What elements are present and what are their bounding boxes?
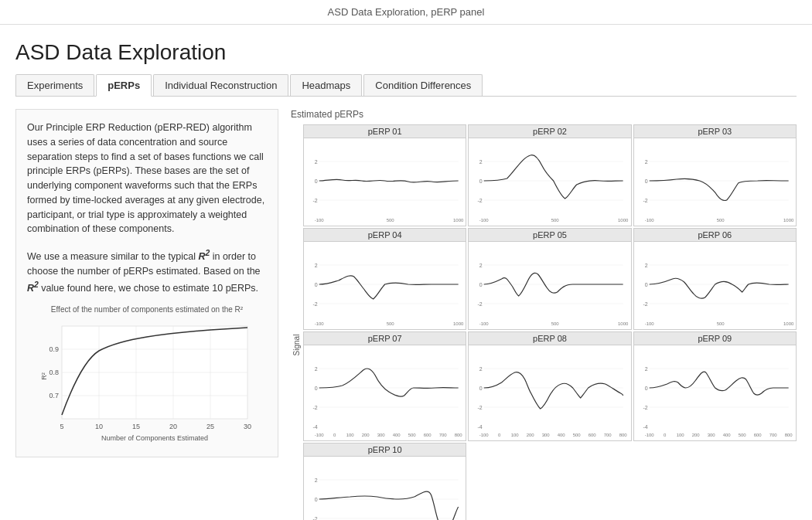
svg-text:500: 500: [551, 218, 560, 223]
svg-text:400: 400: [722, 433, 731, 437]
perp-05-title: pERP 05: [469, 229, 630, 242]
svg-text:300: 300: [542, 433, 551, 437]
perp-cell-03: pERP 03 2 0 -2 -100: [633, 124, 797, 226]
svg-text:-2: -2: [478, 301, 483, 307]
svg-text:-100: -100: [315, 433, 325, 437]
svg-text:2: 2: [315, 366, 318, 372]
svg-text:0: 0: [644, 178, 647, 184]
perp-cell-10: pERP 10 2 0 -2 -4: [303, 443, 466, 520]
perp-09-title: pERP 09: [634, 332, 796, 345]
tab-bar: Experiments pERPs Individual Reconstruct…: [15, 74, 797, 97]
svg-text:1000: 1000: [618, 321, 629, 326]
svg-text:800: 800: [784, 433, 793, 437]
perp-08-chart: 2 0 -2 -4 -100 0 100 200 300: [469, 345, 630, 438]
svg-text:600: 600: [424, 433, 432, 437]
svg-text:0: 0: [333, 433, 336, 437]
svg-text:1000: 1000: [783, 321, 794, 326]
svg-text:-2: -2: [643, 405, 647, 410]
svg-text:-4: -4: [478, 424, 483, 430]
svg-text:2: 2: [315, 159, 318, 165]
svg-rect-133: [319, 461, 459, 520]
svg-text:1000: 1000: [618, 218, 629, 223]
svg-text:-2: -2: [478, 198, 483, 203]
estimated-label: Estimated pERPs: [291, 109, 797, 120]
perp-05-chart: 2 0 -2 -100 500 1000: [469, 242, 630, 327]
svg-text:2: 2: [479, 263, 483, 268]
svg-text:0: 0: [479, 282, 483, 287]
tab-individual-reconstruction[interactable]: Individual Reconstruction: [153, 74, 288, 96]
svg-text:-4: -4: [312, 424, 317, 430]
svg-text:500: 500: [387, 218, 395, 223]
svg-text:-100: -100: [479, 321, 490, 326]
tab-perps[interactable]: pERPs: [96, 74, 152, 97]
svg-text:500: 500: [551, 321, 560, 326]
svg-text:2: 2: [479, 366, 483, 372]
perp-04-title: pERP 04: [304, 229, 466, 242]
svg-text:15: 15: [132, 423, 140, 430]
perp-07-title: pERP 07: [304, 332, 466, 345]
perp-cell-02: pERP 02 2 0 -2 -100: [468, 124, 631, 226]
svg-text:600: 600: [589, 433, 597, 437]
svg-text:800: 800: [619, 433, 628, 437]
perp-04-chart: 2 0 -2 -100 500 1000: [304, 242, 466, 327]
svg-text:400: 400: [393, 433, 401, 437]
svg-text:500: 500: [716, 321, 725, 326]
svg-text:-100: -100: [644, 218, 654, 223]
svg-text:-100: -100: [479, 218, 490, 223]
r2-symbol: R2: [198, 251, 210, 262]
tab-headmaps[interactable]: Headmaps: [290, 74, 362, 96]
svg-text:10: 10: [95, 423, 103, 430]
svg-text:300: 300: [707, 433, 715, 437]
svg-text:2: 2: [315, 263, 318, 268]
perp-07-chart: 2 0 -2 -4 -100 0 100 200: [304, 345, 466, 438]
svg-text:0.7: 0.7: [49, 392, 59, 399]
svg-text:30: 30: [244, 423, 251, 430]
svg-text:300: 300: [377, 433, 386, 437]
r2-symbol2: R2: [27, 283, 39, 294]
svg-text:800: 800: [455, 433, 463, 437]
svg-text:-2: -2: [312, 198, 317, 203]
perp-03-chart: 2 0 -2 -100 500 1000: [634, 138, 796, 223]
svg-text:-2: -2: [643, 198, 647, 203]
svg-text:2: 2: [644, 263, 647, 268]
svg-text:600: 600: [753, 433, 762, 437]
browser-title: ASD Data Exploration, pERP panel: [0, 0, 812, 25]
perp-08-title: pERP 08: [469, 332, 630, 345]
perp-02-title: pERP 02: [469, 125, 630, 138]
svg-text:500: 500: [738, 433, 746, 437]
perp-cell-06: pERP 06 2 0 -2 -100: [633, 228, 797, 330]
perp-cell-08: pERP 08 2 0 -2 -4: [468, 331, 631, 441]
perp-cell-04: pERP 04 2 0 -2 -100: [303, 228, 466, 330]
tab-condition-differences[interactable]: Condition Differences: [363, 74, 483, 96]
svg-text:700: 700: [439, 433, 448, 437]
svg-text:-100: -100: [644, 321, 654, 326]
perp-cell-05: pERP 05 2 0 -2 -100: [468, 228, 631, 330]
mini-chart-title: Effect of the number of components estim…: [27, 304, 267, 315]
svg-text:-100: -100: [315, 321, 325, 326]
perp-cell-07: pERP 07 2 0 -2 -4: [303, 331, 466, 441]
svg-text:400: 400: [558, 433, 566, 437]
perp-06-title: pERP 06: [634, 229, 796, 242]
svg-text:Number of Components Estimated: Number of Components Estimated: [101, 434, 208, 442]
svg-text:500: 500: [716, 218, 725, 223]
mini-chart-container: Effect of the number of components estim…: [27, 304, 267, 447]
tab-experiments[interactable]: Experiments: [15, 74, 94, 96]
svg-text:0.9: 0.9: [49, 345, 59, 353]
svg-text:200: 200: [691, 433, 700, 437]
svg-text:0: 0: [479, 178, 483, 184]
svg-text:100: 100: [346, 433, 355, 437]
svg-text:-2: -2: [478, 405, 483, 410]
svg-text:1000: 1000: [453, 321, 464, 326]
svg-text:-100: -100: [644, 433, 654, 437]
svg-text:200: 200: [527, 433, 535, 437]
svg-text:2: 2: [315, 478, 318, 483]
svg-text:700: 700: [769, 433, 777, 437]
svg-text:500: 500: [573, 433, 582, 437]
svg-text:0: 0: [315, 282, 318, 287]
svg-text:1000: 1000: [783, 218, 794, 223]
svg-text:100: 100: [676, 433, 684, 437]
perp-09-chart: 2 0 -2 -4 -100 0 100 200 300: [634, 345, 796, 438]
perp-cell-09: pERP 09 2 0 -2 -4: [633, 331, 797, 441]
svg-text:100: 100: [511, 433, 520, 437]
svg-text:-2: -2: [312, 301, 317, 307]
